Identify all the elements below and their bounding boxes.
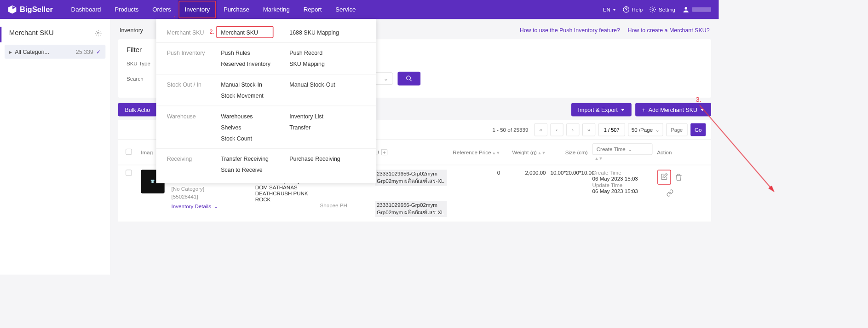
nav-dashboard[interactable]: Dashboard: [64, 0, 108, 19]
user-name-redacted: [692, 7, 711, 12]
dropdown-category: Warehouse: [156, 111, 221, 144]
header-right: EN Help Setting: [603, 6, 711, 13]
chevron-down-icon: ⌄: [213, 203, 218, 209]
user-avatar[interactable]: [682, 6, 711, 13]
nav-report[interactable]: Report: [297, 0, 329, 19]
create-time-label: Create Time: [592, 170, 653, 176]
dropdown-link[interactable]: Inventory List: [289, 111, 358, 122]
dropdown-link[interactable]: Purchase Receiving: [289, 153, 358, 164]
help-link[interactable]: Help: [622, 6, 643, 13]
inventory-dropdown: Merchant SKUMerchant SKU2.1688 SKU Mappi…: [156, 19, 376, 183]
th-weight[interactable]: Weight (g): [512, 149, 537, 155]
chevron-down-icon: [701, 109, 704, 111]
breadcrumb-inventory: Inventory: [120, 27, 143, 33]
category-label: [No Category]: [172, 186, 251, 192]
th-ref-price[interactable]: Reference Price: [453, 149, 491, 155]
logo-icon: [8, 5, 17, 14]
pager-first-button[interactable]: «: [535, 123, 547, 136]
pager-page-display[interactable]: [598, 123, 625, 136]
pager-go-button[interactable]: Go: [690, 123, 706, 136]
dropdown-link[interactable]: Shelves: [221, 122, 289, 133]
add-merchant-sku-button[interactable]: +Add Merchant SKU: [635, 103, 711, 117]
pager-last-button[interactable]: »: [582, 123, 595, 136]
inventory-details-link[interactable]: Inventory Details⌄: [172, 203, 251, 209]
dropdown-link[interactable]: Stock Count: [221, 133, 289, 144]
select-all-checkbox[interactable]: [126, 149, 132, 155]
dropdown-link[interactable]: 1688 SKU Mapping: [289, 27, 358, 38]
lang-switch[interactable]: EN: [603, 6, 616, 12]
store-sku-1: 23331029656-Grp02mym Grp02mym ผลิตภัณฑ์เ…: [375, 170, 447, 186]
help-icon: [622, 6, 629, 13]
check-icon: ✓: [96, 49, 101, 55]
main-nav: Dashboard Products Orders Inventory 1. P…: [64, 0, 603, 19]
logo[interactable]: BigSeller: [8, 5, 53, 14]
brand-text: BigSeller: [20, 5, 53, 14]
nav-products[interactable]: Products: [108, 0, 145, 19]
setting-link[interactable]: Setting: [650, 6, 675, 13]
dropdown-link[interactable]: Reserved Inventory: [221, 59, 289, 70]
caret-right-icon: ▸: [9, 49, 12, 55]
size-value: 10.00*20.00*10.00: [548, 170, 590, 217]
chevron-down-icon: ⌄: [655, 127, 660, 133]
dropdown-category: Receiving: [156, 153, 221, 176]
pager-page-input[interactable]: [666, 123, 687, 136]
chevron-down-icon: ⌄: [628, 146, 632, 152]
chevron-down-icon: [621, 109, 624, 111]
gear-icon[interactable]: [95, 29, 102, 36]
nav-marketing[interactable]: Marketing: [256, 0, 297, 19]
time-column-select[interactable]: Create Time⌄: [592, 143, 653, 155]
svg-point-2: [684, 7, 687, 10]
bulk-action-button[interactable]: Bulk Actio: [118, 103, 157, 117]
chevron-down-icon: [613, 9, 616, 11]
highlight-box-3: [657, 170, 671, 184]
dropdown-link[interactable]: Transfer Receiving: [221, 153, 289, 164]
update-time-label: Update Time: [592, 182, 653, 188]
sort-icon[interactable]: ▲▼: [595, 157, 603, 159]
sidebar-title: Merchant SKU: [9, 29, 54, 37]
user-icon: [682, 6, 690, 13]
dropdown-link[interactable]: Push Rules: [221, 47, 289, 59]
dropdown-link[interactable]: Warehouses: [221, 111, 289, 122]
pager-prev-button[interactable]: ‹: [550, 123, 563, 136]
row-checkbox[interactable]: [126, 170, 132, 176]
add-column-icon[interactable]: +: [381, 149, 387, 155]
chevron-down-icon: ⌄: [384, 76, 388, 82]
plus-icon: +: [642, 106, 645, 113]
nav-service[interactable]: Service: [328, 0, 362, 19]
ref-price: 0: [449, 170, 502, 217]
sidebar-category-all[interactable]: ▸ All Categori... 25,339 ✓: [5, 45, 105, 59]
top-header: BigSeller Dashboard Products Orders Inve…: [0, 0, 719, 19]
import-export-button[interactable]: Import & Export: [571, 103, 632, 117]
link-icon[interactable]: [666, 189, 674, 197]
dropdown-link[interactable]: Transfer: [289, 122, 358, 133]
category-name: All Categori...: [15, 48, 73, 55]
dropdown-link[interactable]: SKU Mapping: [289, 59, 358, 70]
dropdown-link[interactable]: Scan to Receive: [221, 164, 289, 176]
th-size: Size (cm): [565, 149, 588, 155]
search-label: Search: [126, 76, 157, 82]
search-icon: [406, 75, 413, 82]
dropdown-link[interactable]: Stock Movement: [221, 90, 289, 101]
sort-icon[interactable]: ▲▼: [537, 152, 546, 154]
pager-next-button[interactable]: ›: [566, 123, 579, 136]
create-time-value: 06 May 2023 15:03: [592, 176, 653, 182]
dropdown-link[interactable]: Manual Stock-Out: [289, 79, 358, 90]
svg-point-1: [652, 9, 654, 11]
weight-value: 2,000.00: [502, 170, 548, 217]
search-button[interactable]: [397, 72, 420, 86]
help-create-link[interactable]: How to create a Merchant SKU?: [627, 27, 709, 33]
annotation-2: 2.: [209, 28, 214, 35]
help-push-link[interactable]: How to use the Push Inventory feature?: [520, 27, 620, 33]
dropdown-link[interactable]: Manual Stock-In: [221, 79, 289, 90]
pager-info: 1 - 50 of 25339: [492, 127, 528, 133]
dropdown-link[interactable]: Merchant SKU2.: [221, 27, 289, 38]
dropdown-link[interactable]: Push Record: [289, 47, 358, 59]
delete-icon[interactable]: [675, 173, 683, 181]
store-shopee: Shopee PH: [320, 203, 371, 209]
pager-perpage-select[interactable]: 50 /Page⌄: [628, 123, 663, 136]
nav-inventory[interactable]: Inventory 1.: [178, 0, 217, 19]
nav-purchase[interactable]: Purchase: [217, 0, 256, 19]
edit-icon[interactable]: [661, 173, 668, 181]
sort-icon[interactable]: ▲▼: [492, 152, 500, 154]
product-id: [55028441]: [172, 193, 251, 199]
